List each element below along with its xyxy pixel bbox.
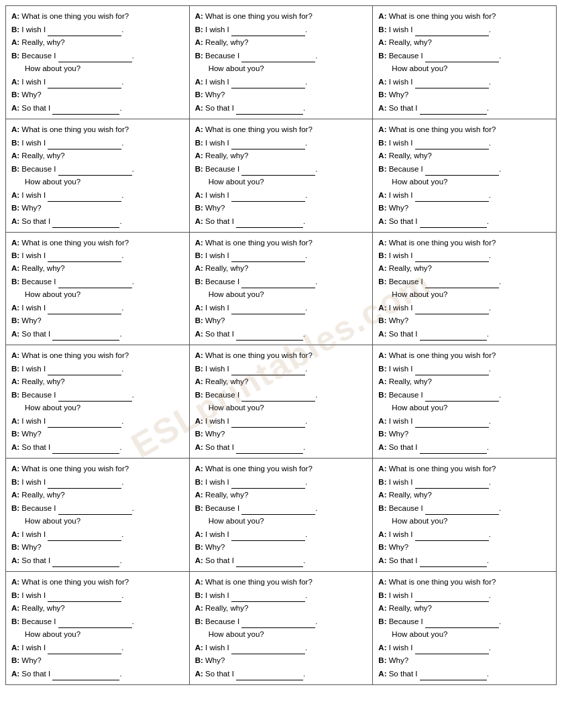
card-line: A: I wish I .: [195, 301, 368, 314]
line-text: What is one thing you wish for?: [21, 465, 129, 473]
speaker-role: A:: [378, 443, 388, 451]
period: .: [499, 504, 501, 512]
line-text: What is one thing you wish for?: [389, 465, 496, 473]
line-text: I wish I: [205, 365, 231, 373]
speaker-role: A:: [11, 330, 21, 338]
card-line: A: So that I .: [378, 215, 551, 228]
period: .: [489, 365, 491, 373]
fill-blank: [58, 615, 132, 628]
speaker-role: A:: [378, 377, 388, 385]
period: .: [119, 443, 121, 451]
fill-blank: [236, 667, 303, 680]
card-line: How about you?: [195, 628, 368, 641]
speaker-role: A:: [195, 377, 205, 385]
fill-blank: [58, 49, 132, 62]
line-text: Really, why?: [21, 377, 64, 385]
fill-blank: [52, 554, 119, 567]
period: .: [305, 530, 307, 538]
line-text: Why?: [389, 656, 408, 664]
period: .: [121, 591, 123, 599]
card-line: B: Why?: [378, 428, 551, 440]
speaker-role: B:: [378, 504, 388, 512]
speaker-role: B:: [378, 278, 388, 286]
line-text: Really, why?: [389, 38, 432, 46]
line-text: How about you?: [209, 630, 264, 638]
speaker-role: B:: [378, 52, 388, 60]
conversation-card: A: What is one thing you wish for?B: I w…: [6, 233, 190, 346]
speaker-role: B:: [11, 430, 21, 438]
fill-blank: [415, 475, 489, 489]
card-line: A: So that I .: [195, 101, 368, 115]
card-line: How about you?: [378, 62, 551, 75]
speaker-role: A:: [195, 104, 205, 112]
speaker-role: A:: [11, 377, 21, 385]
speaker-role: A:: [11, 104, 21, 112]
line-text: How about you?: [392, 517, 447, 525]
speaker-role: A:: [378, 465, 388, 473]
speaker-role: B:: [195, 365, 205, 373]
card-line: B: Why?: [195, 202, 368, 215]
speaker-role: B:: [195, 430, 205, 438]
card-line: A: What is one thing you wish for?: [378, 10, 551, 23]
line-text: I wish I: [389, 251, 415, 259]
card-line: B: Because I .: [195, 501, 368, 515]
fill-blank: [236, 101, 303, 115]
card-line: How about you?: [11, 628, 184, 641]
period: .: [119, 670, 121, 678]
period: .: [121, 251, 123, 259]
speaker-role: B:: [11, 139, 21, 147]
card-line: A: I wish I .: [378, 414, 551, 428]
card-line: How about you?: [378, 402, 551, 414]
conversation-card: A: What is one thing you wish for?B: I w…: [190, 459, 374, 572]
line-text: Because I: [205, 278, 241, 286]
period: .: [499, 391, 501, 399]
line-text: So that I: [205, 443, 236, 451]
speaker-role: B:: [378, 316, 388, 324]
line-text: How about you?: [25, 178, 80, 186]
card-line: A: What is one thing you wish for?: [378, 349, 551, 362]
speaker-role: B:: [195, 251, 205, 259]
fill-blank: [241, 275, 315, 288]
period: .: [499, 617, 501, 625]
fill-blank: [415, 362, 489, 375]
line-text: Why?: [205, 543, 225, 551]
speaker-role: B:: [11, 278, 21, 286]
speaker-role: B:: [11, 478, 21, 486]
conversation-card: A: What is one thing you wish for?B: I w…: [190, 119, 374, 233]
speaker-role: A:: [11, 670, 21, 678]
speaker-role: A:: [378, 578, 388, 586]
speaker-role: B:: [11, 391, 21, 399]
line-text: Why?: [205, 430, 225, 438]
fill-blank: [48, 75, 121, 88]
card-line: B: I wish I .: [378, 249, 551, 262]
speaker-role: B:: [378, 478, 388, 486]
card-line: How about you?: [378, 176, 551, 188]
speaker-role: A:: [195, 239, 205, 247]
line-text: I wish I: [21, 644, 48, 652]
speaker-role: B:: [378, 204, 388, 212]
fill-blank: [48, 475, 121, 489]
line-text: I wish I: [389, 478, 415, 486]
speaker-role: A:: [195, 191, 205, 199]
card-line: A: Really, why?: [378, 375, 551, 388]
card-line: A: What is one thing you wish for?: [378, 576, 551, 589]
fill-blank: [48, 589, 121, 602]
card-line: A: What is one thing you wish for?: [195, 463, 368, 475]
card-line: A: I wish I .: [378, 641, 551, 654]
card-line: How about you?: [195, 176, 368, 188]
fill-blank: [48, 528, 121, 541]
speaker-role: A:: [378, 217, 388, 225]
speaker-role: A:: [11, 217, 21, 225]
line-text: I wish I: [21, 530, 48, 538]
speaker-role: B:: [195, 316, 205, 324]
period: .: [121, 365, 123, 373]
speaker-role: B:: [195, 391, 205, 399]
period: .: [119, 104, 121, 112]
card-line: A: I wish I .: [378, 188, 551, 202]
card-line: How about you?: [11, 515, 184, 528]
card-line: B: Why?: [378, 202, 551, 215]
card-line: B: I wish I .: [195, 362, 368, 375]
line-text: How about you?: [209, 290, 264, 298]
conversation-card: A: What is one thing you wish for?B: I w…: [6, 459, 190, 572]
line-text: I wish I: [21, 25, 48, 34]
